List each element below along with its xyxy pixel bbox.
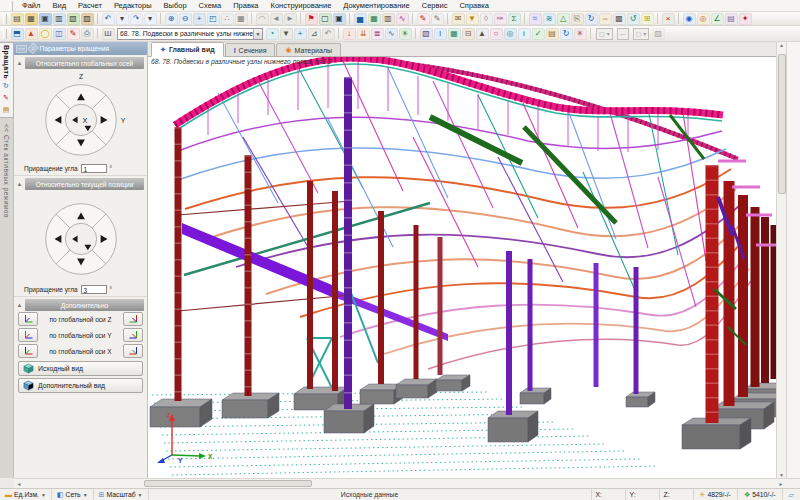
prev-view-icon[interactable]: ◄ <box>270 13 283 25</box>
report-book-icon[interactable]: ▤ <box>546 28 559 40</box>
chevron-down-icon[interactable]: ▼ <box>253 29 262 39</box>
rotate-mode-tab[interactable]: Вращать ↻✎▤ <box>0 42 14 118</box>
undo-icon[interactable]: ↶ <box>102 13 115 25</box>
tab-main-view[interactable]: ✦ Главный вид <box>151 42 224 57</box>
groups-icon[interactable]: ⊟ <box>462 28 475 40</box>
hinges-icon[interactable]: ○ <box>490 28 503 40</box>
section-current-position[interactable]: Относительно текущей позиции <box>25 178 144 190</box>
check-icon[interactable]: ✓ <box>532 28 545 40</box>
load-case-3-icon[interactable]: ≣ <box>371 28 384 40</box>
next-view-icon[interactable]: ► <box>284 13 297 25</box>
restraints-icon[interactable]: ▲ <box>476 28 489 40</box>
delete-icon[interactable]: × <box>662 13 675 25</box>
diagram-icon[interactable]: ▅ <box>354 13 367 25</box>
graph-icon[interactable]: ∿ <box>396 13 409 25</box>
assemble-icon[interactable]: ⊞ <box>641 13 654 25</box>
additional-view-button[interactable]: Дополнительный вид <box>18 378 143 393</box>
select-nodes-icon[interactable]: ∴ <box>221 13 234 25</box>
mirror-icon[interactable]: ⇔ <box>599 13 612 25</box>
info-icon[interactable]: i <box>518 28 531 40</box>
show-model-icon[interactable]: ▢ <box>319 13 332 25</box>
loading-ruler-icon[interactable]: Ш <box>102 28 115 40</box>
materials-icon[interactable]: ▧ <box>420 28 433 40</box>
export-scheme-icon[interactable]: ▧ <box>67 13 80 25</box>
erase-icon[interactable]: ◊ <box>480 13 493 25</box>
tables-icon[interactable]: ▥ <box>382 13 395 25</box>
move-node-icon[interactable]: + <box>294 28 307 40</box>
add-level-icon[interactable]: ≋ <box>543 13 556 25</box>
vertical-scrollbar[interactable]: ▲ ▼ <box>776 42 786 478</box>
redo-icon[interactable]: ↷ <box>130 13 143 25</box>
mail-icon[interactable]: ✉ <box>452 13 465 25</box>
tab-sections[interactable]: Ι Сечения <box>225 43 276 56</box>
variants-icon[interactable]: ▼ <box>280 28 293 40</box>
vertical-scroll-thumb[interactable] <box>778 54 786 194</box>
scroll-left-icon[interactable]: ◄ <box>14 479 24 488</box>
save-project-icon[interactable]: ▣ <box>39 13 52 25</box>
section-global-axes[interactable]: Относительно глобальных осей <box>25 57 144 69</box>
menu-item[interactable]: Документирование <box>337 1 415 10</box>
load-case-5-icon[interactable]: ✳ <box>399 28 412 40</box>
rotate-z-plus-button[interactable] <box>123 312 143 326</box>
menu-item[interactable]: Правка <box>227 1 264 10</box>
rotate-z-minus-button[interactable] <box>18 312 38 326</box>
rotate-x-minus-button[interactable] <box>18 344 38 358</box>
zoom-out-icon[interactable]: ⊖ <box>179 13 192 25</box>
rotate-x-plus-button[interactable] <box>123 344 143 358</box>
menu-item[interactable]: Редакторы <box>108 1 158 10</box>
pin-icon[interactable]: ⚲ <box>27 42 39 54</box>
net-selector[interactable]: ◧ Сеть ▼ <box>52 489 94 500</box>
merge-icon[interactable]: ⊿ <box>308 28 321 40</box>
current-rotation-dial[interactable] <box>14 190 147 284</box>
new-mode-icon[interactable]: ⬒ <box>11 28 24 40</box>
sheet-mode-icon[interactable]: ▤ <box>1 105 11 115</box>
ellipse-icon[interactable]: ◯ <box>39 28 52 40</box>
menu-item[interactable]: Справка <box>453 1 494 10</box>
recalc-icon[interactable]: Σ <box>508 13 521 25</box>
global-rotation-dial[interactable]: Z X Y <box>14 69 147 163</box>
collapse-chevron-icon[interactable]: ▲ <box>14 60 25 66</box>
units-selector[interactable]: ▬ Ед.Изм. ▼ <box>0 489 52 500</box>
step-back-icon[interactable]: ↶ <box>322 28 335 40</box>
stiffness-icon[interactable]: ▦ <box>448 28 461 40</box>
undo-list-icon[interactable]: ▾ <box>116 13 129 25</box>
wizard-icon[interactable]: ✳ <box>574 28 587 40</box>
load-case-4-icon[interactable]: ∿ <box>385 28 398 40</box>
rotate-y-plus-button[interactable] <box>123 328 143 342</box>
scroll-right-icon[interactable]: ► <box>776 479 786 488</box>
mosaic-icon[interactable]: ▦ <box>368 13 381 25</box>
sections-icon[interactable]: Ι <box>434 28 447 40</box>
rotate-y-minus-button[interactable] <box>18 328 38 342</box>
flag-save-icon[interactable]: ▤ <box>725 13 738 25</box>
horizontal-scroll-thumb[interactable] <box>144 480 312 487</box>
pen-edit-icon[interactable]: ✎ <box>417 13 430 25</box>
scale-selector[interactable]: ⊞ Масштаб ▼ <box>94 489 149 500</box>
spin-icon[interactable]: ↺ <box>627 13 640 25</box>
create-group-icon[interactable]: ⌗ <box>529 13 542 25</box>
copy-scheme-icon[interactable]: ⎘ <box>571 13 584 25</box>
menu-item[interactable]: Файл <box>16 1 46 10</box>
express-check-icon[interactable]: ✦ <box>739 13 752 25</box>
history-icon[interactable]: ◔ <box>266 28 279 40</box>
horizontal-scrollbar[interactable]: ◄ ► <box>14 478 800 488</box>
print-icon[interactable]: ⎙ <box>81 28 94 40</box>
measure-icon[interactable]: ∠ <box>711 13 724 25</box>
select-frame-icon[interactable]: ▦ <box>235 13 248 25</box>
tab-materials[interactable]: ◉ Материалы <box>276 43 341 56</box>
filter-icon[interactable]: ▼ <box>466 13 479 25</box>
rotate-mode-icon[interactable]: ↻ <box>1 81 11 91</box>
refresh-icon[interactable]: ↻ <box>560 28 573 40</box>
redo-list-icon[interactable]: ▾ <box>144 13 157 25</box>
menu-item[interactable]: Вид <box>46 1 72 10</box>
screenshot-icon[interactable]: ▨ <box>81 13 94 25</box>
section-additional[interactable]: Дополнительно <box>25 299 144 311</box>
marker-icon[interactable]: ⚑ <box>305 13 318 25</box>
zoom-in-icon[interactable]: ⊕ <box>165 13 178 25</box>
node-info-icon[interactable]: ◉ <box>683 13 696 25</box>
pen-red-icon[interactable]: ✎ <box>67 28 80 40</box>
element-info-icon[interactable]: ◎ <box>697 13 710 25</box>
show-scheme-icon[interactable]: ▣ <box>333 13 346 25</box>
model-canvas[interactable]: 68. 78. Подвески в различные узлы нижнег… <box>148 57 776 478</box>
polygon-icon[interactable]: △ <box>557 13 570 25</box>
panel-collapse-button[interactable]: << <box>16 45 27 53</box>
